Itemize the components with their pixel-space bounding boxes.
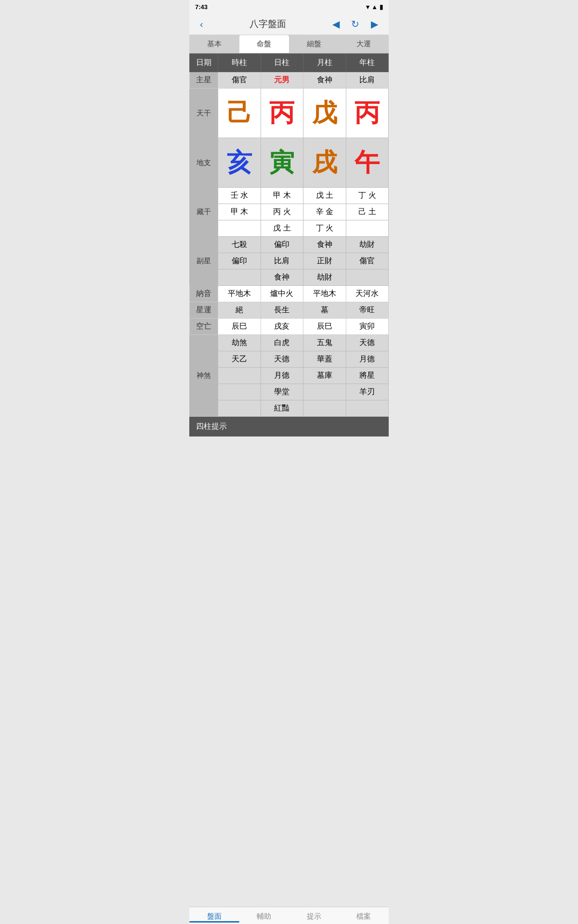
kongwang-yue: 辰巳 (303, 319, 346, 335)
dizhi-label: 地支 (190, 138, 218, 188)
zhuxing-ri: 元男 (261, 72, 303, 89)
shensha-shi-3 (218, 368, 261, 384)
zanggan-ri-3: 戊 土 (261, 220, 303, 237)
dizhi-ri: 寅 (261, 138, 303, 188)
back-button[interactable]: ‹ (197, 18, 206, 31)
header-row: 日期 時柱 日柱 月柱 年柱 (190, 54, 389, 72)
nav-left: ‹ (197, 18, 206, 31)
fuxing-yue-2: 正財 (303, 253, 346, 270)
hint-section: 四柱提示 (189, 417, 389, 436)
zanggan-row-2: 甲 木 丙 火 辛 金 己 土 (190, 204, 389, 220)
kongwang-shi: 辰巳 (218, 319, 261, 335)
tab-chart[interactable]: 命盤 (239, 35, 289, 53)
fuxing-shi-3 (218, 270, 261, 286)
status-bar: 7:43 ▾ ▲ ▮ (189, 0, 389, 13)
xingyun-ri: 長生 (261, 302, 303, 319)
zhuxing-row: 主星 傷官 元男 食神 比肩 (190, 72, 389, 89)
xingyun-label: 星運 (190, 302, 218, 319)
fuxing-nian-3 (346, 270, 388, 286)
xingyun-nian: 帝旺 (346, 302, 388, 319)
zhuxing-nian: 比肩 (346, 72, 388, 89)
nayin-shi: 平地木 (218, 286, 261, 302)
xingyun-row: 星運 絕 長生 墓 帝旺 (190, 302, 389, 319)
bottom-tab-panel[interactable]: 盤面 (189, 907, 239, 924)
tab-basic[interactable]: 基本 (189, 35, 239, 53)
shensha-row-1: 神煞 劫煞 白虎 五鬼 天德 (190, 335, 389, 351)
main-table: 日期 時柱 日柱 月柱 年柱 主星 傷官 元男 食神 比肩 天干 己 丙 戊 丙… (189, 53, 389, 417)
status-right: ▾ ▲ ▮ (366, 3, 383, 11)
zanggan-nian-1: 丁 火 (346, 188, 388, 204)
zanggan-nian-3 (346, 220, 388, 237)
zhuxing-label: 主星 (190, 72, 218, 89)
nav-bar: ‹ 八字盤面 ◀ ↻ ▶ (189, 13, 389, 35)
zanggan-row-3: 戊 土 丁 火 (190, 220, 389, 237)
dizhi-shi: 亥 (218, 138, 261, 188)
bottom-tab-file[interactable]: 檔案 (339, 907, 389, 924)
nayin-label: 納音 (190, 286, 218, 302)
xingyun-yue: 墓 (303, 302, 346, 319)
prev-button[interactable]: ◀ (329, 17, 342, 31)
fuxing-row-1: 副星 七殺 偏印 食神 劫財 (190, 237, 389, 253)
shensha-shi-4 (218, 384, 261, 400)
zanggan-ri-1: 甲 木 (261, 188, 303, 204)
shensha-ri-4: 學堂 (261, 384, 303, 400)
dizhi-yue: 戌 (303, 138, 346, 188)
fuxing-row-2: 偏印 比肩 正財 傷官 (190, 253, 389, 270)
zanggan-yue-1: 戊 土 (303, 188, 346, 204)
shensha-shi-2: 天乙 (218, 351, 261, 368)
zanggan-row: 藏干 壬 水 甲 木 戊 土 丁 火 (190, 188, 389, 204)
nayin-nian: 天河水 (346, 286, 388, 302)
next-button[interactable]: ▶ (368, 17, 381, 31)
tiangan-yue: 戊 (303, 89, 346, 138)
shensha-nian-1: 天德 (346, 335, 388, 351)
shensha-label: 神煞 (190, 335, 218, 417)
fuxing-yue-3: 劫財 (303, 270, 346, 286)
shensha-nian-3: 將星 (346, 368, 388, 384)
header-nian: 年柱 (346, 54, 388, 72)
shensha-ri-5: 紅豔 (261, 400, 303, 417)
zanggan-nian-2: 己 土 (346, 204, 388, 220)
tiangan-shi: 己 (218, 89, 261, 138)
header-date: 日期 (190, 54, 218, 72)
zanggan-shi-3 (218, 220, 261, 237)
kongwang-ri: 戌亥 (261, 319, 303, 335)
shensha-nian-5 (346, 400, 388, 417)
kongwang-label: 空亡 (190, 319, 218, 335)
time: 7:43 (195, 3, 208, 11)
top-tab-bar: 基本 命盤 細盤 大運 (189, 35, 389, 53)
dizhi-nian: 午 (346, 138, 388, 188)
refresh-button[interactable]: ↻ (348, 17, 362, 31)
header-shi: 時柱 (218, 54, 261, 72)
kongwang-nian: 寅卯 (346, 319, 388, 335)
nayin-row: 納音 平地木 爐中火 平地木 天河水 (190, 286, 389, 302)
zanggan-shi-2: 甲 木 (218, 204, 261, 220)
zanggan-yue-2: 辛 金 (303, 204, 346, 220)
tiangan-nian: 丙 (346, 89, 388, 138)
bottom-tab-help[interactable]: 輔助 (239, 907, 289, 924)
zhuxing-yue: 食神 (303, 72, 346, 89)
status-left: 7:43 (195, 3, 208, 11)
fuxing-row-3: 食神 劫財 (190, 270, 389, 286)
tab-detail[interactable]: 細盤 (289, 35, 339, 53)
bottom-tab-hint[interactable]: 提示 (289, 907, 339, 924)
shensha-ri-3: 月德 (261, 368, 303, 384)
fuxing-shi-2: 偏印 (218, 253, 261, 270)
shensha-yue-1: 五鬼 (303, 335, 346, 351)
zanggan-label: 藏干 (190, 188, 218, 237)
shensha-shi-1: 劫煞 (218, 335, 261, 351)
fuxing-ri-1: 偏印 (261, 237, 303, 253)
nav-right: ◀ ↻ ▶ (329, 17, 381, 31)
fuxing-shi-1: 七殺 (218, 237, 261, 253)
header-ri: 日柱 (261, 54, 303, 72)
kongwang-row: 空亡 辰巳 戌亥 辰巳 寅卯 (190, 319, 389, 335)
shensha-ri-2: 天德 (261, 351, 303, 368)
tab-luck[interactable]: 大運 (339, 35, 389, 53)
zanggan-shi-1: 壬 水 (218, 188, 261, 204)
shensha-yue-4 (303, 384, 346, 400)
zhuxing-shi: 傷官 (218, 72, 261, 89)
nav-title: 八字盤面 (250, 18, 286, 30)
shensha-nian-2: 月德 (346, 351, 388, 368)
fuxing-yue-1: 食神 (303, 237, 346, 253)
shensha-shi-5 (218, 400, 261, 417)
zanggan-ri-2: 丙 火 (261, 204, 303, 220)
